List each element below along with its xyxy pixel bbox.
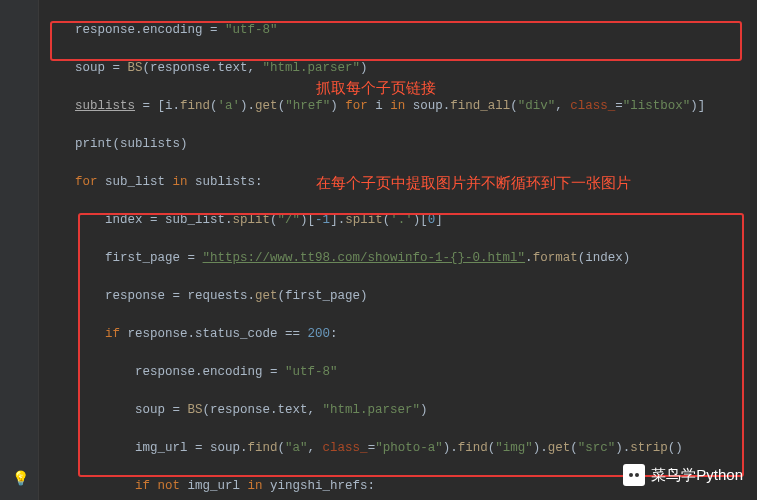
code-line: index = sub_list.split("/")[-1].split('.… (45, 211, 757, 230)
code-line: sublists = [i.find('a').get("href") for … (45, 97, 757, 116)
intention-bulb-icon[interactable]: 💡 (12, 470, 29, 487)
annotation-text-2: 在每个子页中提取图片并不断循环到下一张图片 (316, 174, 631, 193)
watermark-label: 菜鸟学Python (651, 466, 743, 485)
code-line: response.encoding = "utf-8" (45, 21, 757, 40)
wechat-icon (623, 464, 645, 486)
code-line: if response.status_code == 200: (45, 325, 757, 344)
annotation-text-1: 抓取每个子页链接 (316, 79, 436, 98)
code-line: print(sublists) (45, 135, 757, 154)
code-line: soup = BS(response.text, "html.parser") (45, 401, 757, 420)
code-line: response.encoding = "utf-8" (45, 363, 757, 382)
code-editor[interactable]: response.encoding = "utf-8" soup = BS(re… (45, 2, 757, 500)
code-line: img_url = soup.find("a", class_="photo-a… (45, 439, 757, 458)
code-line: soup = BS(response.text, "html.parser") (45, 59, 757, 78)
editor-gutter: 💡 (0, 0, 39, 500)
watermark: 菜鸟学Python (623, 464, 743, 486)
code-line: response = requests.get(first_page) (45, 287, 757, 306)
code-line: first_page = "https://www.tt98.com/showi… (45, 249, 757, 268)
